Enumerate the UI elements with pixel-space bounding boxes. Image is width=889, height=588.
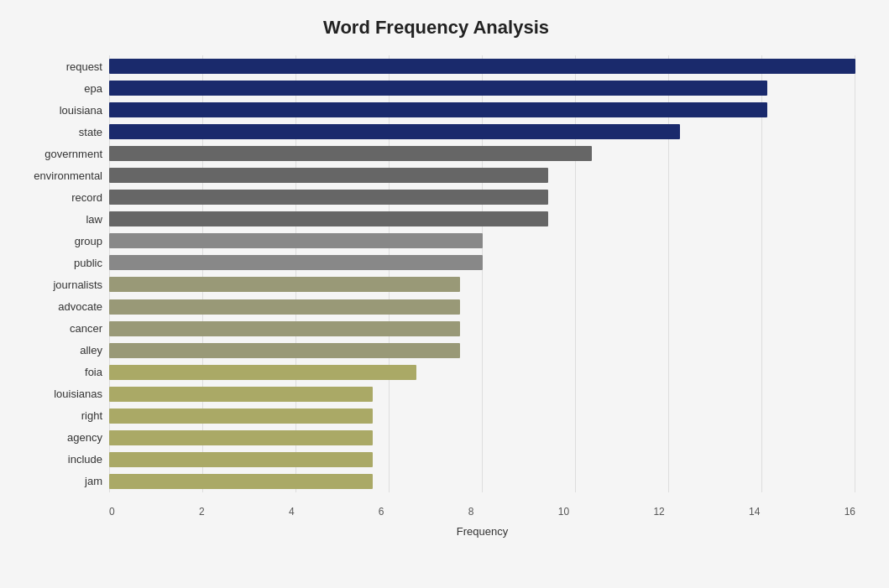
x-tick: 0 bbox=[109, 506, 115, 518]
bar bbox=[109, 299, 460, 315]
y-axis-label: louisiana bbox=[60, 105, 102, 116]
bar-row bbox=[109, 429, 855, 447]
y-axis-label: foia bbox=[85, 367, 102, 377]
bar bbox=[109, 233, 483, 248]
y-axis: requestepalouisianastategovernmentenviro… bbox=[17, 55, 109, 518]
y-axis-label: alley bbox=[80, 345, 102, 356]
bar-row bbox=[109, 57, 855, 75]
bar bbox=[109, 190, 548, 205]
y-axis-label: journalists bbox=[53, 279, 102, 290]
grid-lines bbox=[109, 55, 855, 492]
bar-row bbox=[109, 275, 855, 294]
bar-row bbox=[109, 298, 855, 316]
bar-row bbox=[109, 320, 855, 338]
bar-row bbox=[109, 122, 855, 141]
bars-area bbox=[109, 55, 855, 492]
bar-row bbox=[109, 472, 855, 491]
chart-title: Word Frequency Analysis bbox=[17, 17, 855, 39]
bar bbox=[109, 430, 373, 445]
grid-line bbox=[575, 55, 576, 492]
y-axis-label: request bbox=[66, 61, 102, 72]
x-tick: 6 bbox=[379, 506, 384, 518]
grid-line bbox=[202, 55, 203, 492]
bar bbox=[109, 387, 373, 402]
y-axis-label: cancer bbox=[70, 323, 102, 334]
bar-row bbox=[109, 363, 855, 382]
bar bbox=[109, 102, 767, 117]
bars-and-x: 0246810121416 Frequency bbox=[109, 55, 855, 518]
bar bbox=[109, 343, 460, 358]
bar bbox=[109, 474, 373, 489]
x-tick: 10 bbox=[558, 506, 569, 518]
bar bbox=[109, 124, 680, 139]
bar-row bbox=[109, 450, 855, 469]
x-ticks: 0246810121416 bbox=[109, 502, 855, 518]
y-axis-label: include bbox=[68, 454, 102, 465]
x-axis: 0246810121416 Frequency bbox=[109, 492, 855, 518]
y-axis-label: record bbox=[71, 192, 102, 203]
grid-line bbox=[668, 55, 669, 492]
chart-area: requestepalouisianastategovernmentenviro… bbox=[17, 55, 855, 518]
bar bbox=[109, 146, 592, 161]
y-axis-label: law bbox=[86, 214, 102, 225]
grid-line bbox=[109, 55, 110, 492]
grid-line bbox=[389, 55, 390, 492]
y-axis-label: right bbox=[81, 410, 102, 421]
x-axis-label: Frequency bbox=[457, 525, 508, 538]
bar bbox=[109, 81, 767, 96]
grid-line bbox=[482, 55, 483, 492]
y-axis-label: public bbox=[74, 258, 102, 268]
x-tick: 14 bbox=[749, 506, 760, 518]
bar bbox=[109, 365, 416, 380]
y-axis-label: environmental bbox=[34, 170, 102, 181]
bar bbox=[109, 168, 548, 183]
x-tick: 16 bbox=[845, 506, 855, 518]
y-axis-label: state bbox=[79, 127, 102, 138]
x-tick: 4 bbox=[289, 506, 295, 518]
bar bbox=[109, 211, 548, 226]
y-axis-label: agency bbox=[67, 432, 102, 443]
bar-row bbox=[109, 188, 855, 206]
x-tick: 8 bbox=[468, 506, 474, 518]
bar-row bbox=[109, 232, 855, 250]
bar-row bbox=[109, 407, 855, 425]
bar-row bbox=[109, 210, 855, 228]
bar-row bbox=[109, 341, 855, 360]
grid-line bbox=[855, 55, 855, 492]
bar-row bbox=[109, 385, 855, 403]
grid-line bbox=[761, 55, 762, 492]
x-tick: 12 bbox=[653, 506, 664, 518]
bar bbox=[109, 321, 460, 336]
bar bbox=[109, 452, 373, 467]
y-axis-label: advocate bbox=[58, 301, 102, 312]
bar-row bbox=[109, 166, 855, 185]
y-axis-label: jam bbox=[85, 476, 102, 487]
bar-row bbox=[109, 253, 855, 272]
bar-row bbox=[109, 144, 855, 163]
y-axis-label: government bbox=[44, 148, 102, 159]
bar bbox=[109, 408, 373, 424]
bar bbox=[109, 255, 483, 270]
bar-row bbox=[109, 101, 855, 119]
y-axis-label: group bbox=[75, 236, 102, 247]
y-axis-label: epa bbox=[84, 83, 102, 94]
bar bbox=[109, 59, 855, 74]
grid-line bbox=[295, 55, 296, 492]
y-axis-label: louisianas bbox=[54, 388, 102, 399]
bar-row bbox=[109, 79, 855, 97]
x-tick: 2 bbox=[199, 506, 205, 518]
bar bbox=[109, 277, 460, 292]
chart-container: Word Frequency Analysis requestepalouisi… bbox=[0, 0, 889, 588]
